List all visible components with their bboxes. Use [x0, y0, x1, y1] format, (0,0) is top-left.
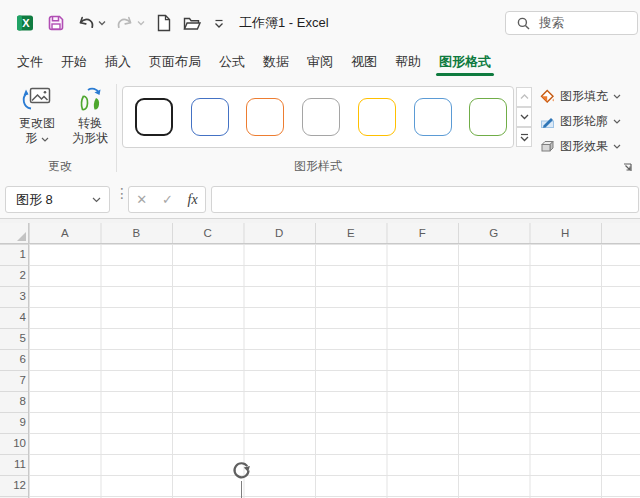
rotate-handle-icon[interactable] — [231, 460, 252, 481]
shape-style-swatch-7[interactable] — [469, 98, 507, 136]
active-tab-underline — [436, 73, 494, 76]
dialog-launcher-icon[interactable] — [622, 162, 634, 174]
tab-2[interactable]: 开始 — [52, 45, 96, 78]
name-box-value: 图形 8 — [16, 191, 53, 209]
shape-effects-label: 图形效果 — [560, 138, 608, 155]
shape-style-swatch-4[interactable] — [302, 98, 340, 136]
column-header-B[interactable]: B — [101, 223, 173, 244]
search-box[interactable]: 搜索 — [505, 11, 638, 35]
shape-style-swatch-3[interactable] — [246, 98, 284, 136]
shape-fill-button[interactable]: 图形填充 — [540, 87, 621, 105]
column-header-C[interactable]: C — [172, 223, 244, 244]
column-header-F[interactable]: F — [387, 223, 459, 244]
shape-style-swatch-5[interactable] — [358, 98, 396, 136]
tab-label: 审阅 — [307, 53, 333, 71]
tab-7[interactable]: 审阅 — [298, 45, 342, 78]
tab-1[interactable]: 文件 — [8, 45, 52, 78]
column-header-A[interactable]: A — [29, 223, 101, 244]
convert-to-shape-button[interactable]: 转换 为形状 — [66, 86, 114, 164]
styles-group-label: 图形样式 — [122, 158, 514, 175]
change-shape-icon — [21, 86, 53, 116]
chevron-down-icon — [613, 119, 621, 124]
change-shape-label-line2: 形 — [25, 131, 37, 145]
title-bar: X 工作簿1 - Excel 搜索 — [0, 0, 640, 45]
row-header-11[interactable]: 11 — [0, 454, 26, 475]
row-header-10[interactable]: 10 — [0, 433, 26, 454]
tab-5[interactable]: 公式 — [210, 45, 254, 78]
svg-text:X: X — [22, 17, 30, 29]
chevron-down-icon — [613, 94, 621, 99]
column-header-H[interactable]: H — [530, 223, 602, 244]
chevron-down-icon — [613, 144, 621, 149]
redo-icon — [114, 12, 136, 34]
cancel-icon[interactable]: ✕ — [136, 192, 147, 207]
shape-effects-button[interactable]: 图形效果 — [540, 137, 621, 155]
tab-label: 公式 — [219, 53, 245, 71]
shape-outline-button[interactable]: 图形轮廓 — [540, 112, 621, 130]
row-headers: 123456789101112 — [0, 244, 29, 498]
ribbon: 更改图 形 转换 为形状 更改 图形样式 图形填充 — [0, 78, 640, 180]
chevron-down-icon — [41, 137, 49, 142]
save-icon[interactable] — [45, 12, 67, 34]
tab-4[interactable]: 页面布局 — [140, 45, 210, 78]
tab-10[interactable]: 图形格式 — [430, 45, 500, 78]
tab-3[interactable]: 插入 — [96, 45, 140, 78]
row-header-3[interactable]: 3 — [0, 286, 26, 307]
formula-input[interactable] — [211, 186, 639, 213]
undo-dropdown-icon[interactable] — [97, 19, 107, 27]
row-header-7[interactable]: 7 — [0, 370, 26, 391]
formula-buttons: ✕ ✓ fx — [128, 186, 206, 213]
shape-fill-label: 图形填充 — [560, 88, 608, 105]
cells-area[interactable] — [29, 244, 640, 498]
row-header-1[interactable]: 1 — [0, 244, 26, 265]
column-header-D[interactable]: D — [244, 223, 316, 244]
undo-icon[interactable] — [75, 12, 97, 34]
gallery-scroll-down-button[interactable] — [516, 107, 532, 127]
row-header-5[interactable]: 5 — [0, 328, 26, 349]
tab-8[interactable]: 视图 — [342, 45, 386, 78]
insert-function-icon[interactable]: fx — [188, 192, 198, 208]
select-all-triangle-icon — [17, 232, 26, 241]
tab-label: 帮助 — [395, 53, 421, 71]
row-header-6[interactable]: 6 — [0, 349, 26, 370]
open-file-icon[interactable] — [181, 12, 203, 34]
formula-bar-splitter[interactable]: ⋮ — [115, 185, 129, 201]
shape-style-swatch-6[interactable] — [414, 98, 452, 136]
row-header-2[interactable]: 2 — [0, 265, 26, 286]
shape-style-swatch-2[interactable] — [191, 98, 229, 136]
window-title: 工作簿1 - Excel — [239, 0, 329, 45]
select-all-corner[interactable] — [0, 223, 29, 244]
column-header-E[interactable]: E — [315, 223, 387, 244]
tab-label: 数据 — [263, 53, 289, 71]
new-file-icon[interactable] — [152, 12, 174, 34]
tab-label: 视图 — [351, 53, 377, 71]
shape-style-swatch-1[interactable] — [135, 98, 173, 136]
tab-label: 图形格式 — [439, 53, 491, 71]
row-header-12[interactable]: 12 — [0, 475, 26, 496]
column-header-G[interactable]: G — [458, 223, 530, 244]
enter-icon[interactable]: ✓ — [162, 192, 173, 207]
shape-effects-icon — [540, 139, 555, 154]
change-shape-button[interactable]: 更改图 形 — [10, 86, 64, 164]
shape-outline-label: 图形轮廓 — [560, 113, 608, 130]
excel-logo-icon[interactable]: X — [14, 12, 36, 34]
formula-bar: 图形 8 ⋮ ✕ ✓ fx — [0, 179, 640, 219]
gallery-more-button[interactable] — [516, 127, 532, 147]
row-header-8[interactable]: 8 — [0, 391, 26, 412]
change-group-label: 更改 — [10, 158, 110, 175]
qat-more-icon[interactable] — [213, 19, 225, 29]
name-box[interactable]: 图形 8 — [5, 186, 110, 213]
name-box-dropdown-icon[interactable] — [92, 197, 101, 203]
tab-6[interactable]: 数据 — [254, 45, 298, 78]
change-shape-label-line1: 更改图 — [19, 116, 55, 130]
tab-label: 开始 — [61, 53, 87, 71]
shape-style-gallery — [122, 86, 514, 148]
row-header-9[interactable]: 9 — [0, 412, 26, 433]
group-divider — [116, 84, 117, 172]
row-header-4[interactable]: 4 — [0, 307, 26, 328]
tab-9[interactable]: 帮助 — [386, 45, 430, 78]
convert-label-line1: 转换 — [78, 116, 102, 130]
tab-label: 插入 — [105, 53, 131, 71]
spreadsheet-grid: ABCDEFGH 123456789101112 — [0, 219, 640, 498]
search-icon — [517, 17, 530, 30]
